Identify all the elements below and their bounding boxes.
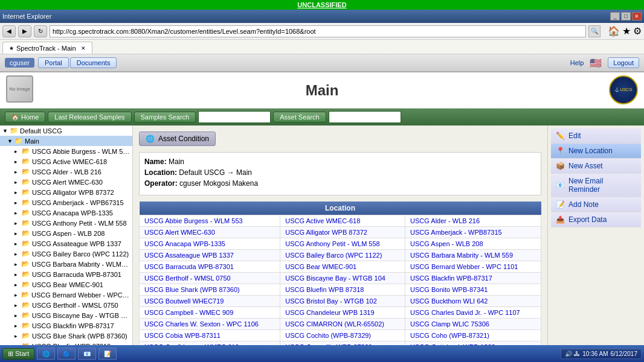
sidebar-item-alert[interactable]: ▸ 📂 USCG Alert WMEC-630 xyxy=(0,177,132,187)
table-cell[interactable]: USCG Barracuda WPB-87301 xyxy=(140,261,280,273)
home-nav-button[interactable]: 🏠 Home xyxy=(5,112,45,122)
table-cell[interactable]: USCG Campbell - WMEC 909 xyxy=(140,307,280,319)
location-link[interactable]: USCG Campbell - WMEC 909 xyxy=(144,309,233,316)
location-link[interactable]: USCG Bluefin WPB 87318 xyxy=(285,286,364,293)
favorites-icon[interactable]: ★ xyxy=(622,25,631,37)
table-cell[interactable]: USCG Anacapa WPB-1335 xyxy=(140,238,280,250)
location-link[interactable]: USCG Cobia WPB-87311 xyxy=(144,332,221,339)
samples-search-input[interactable] xyxy=(198,111,271,123)
location-link[interactable]: USCG Assateague WPB 1337 xyxy=(144,252,234,259)
table-cell[interactable]: USCG Boutwell WHEC719 xyxy=(140,296,280,307)
table-cell[interactable]: USCG Bristol Bay - WTGB 102 xyxy=(280,296,405,307)
table-cell[interactable]: USCG Bertholf - WMSL 0750 xyxy=(140,273,280,284)
sidebar-item-bailey[interactable]: ▸ 📂 USCG Bailey Barco (WPC 1122) xyxy=(0,249,132,259)
last-released-button[interactable]: Last Released Samples xyxy=(48,112,131,122)
location-link[interactable]: USCG Bertholf - WMSL 0750 xyxy=(144,275,231,282)
table-row[interactable]: USCG Anacapa WPB-1335USCG Anthony Petit … xyxy=(140,238,541,250)
sidebar-item-assateague[interactable]: ▸ 📂 USCG Assateague WPB 1337 xyxy=(0,238,132,249)
tree-toggle[interactable]: ▼ xyxy=(2,128,10,134)
table-cell[interactable]: USCG Bluefin WPB 87318 xyxy=(280,284,405,296)
location-link[interactable]: USCG Bristol Bay - WTGB 102 xyxy=(285,297,377,305)
location-link[interactable]: USCG Amberjack - WPB87315 xyxy=(410,229,502,236)
location-link[interactable]: USCG Barracuda WPB-87301 xyxy=(144,263,234,270)
location-link[interactable]: USCG CIMARRON (WLR-65502) xyxy=(285,320,384,328)
table-cell[interactable]: USCG Aspen - WLB 208 xyxy=(405,238,541,250)
table-cell[interactable]: USCG Amberjack - WPB87315 xyxy=(405,227,541,238)
export-button[interactable]: 📤 Export Data xyxy=(551,212,641,227)
table-cell[interactable]: USCG Anthony Petit - WLM 558 xyxy=(280,238,405,250)
sidebar-item-bear[interactable]: ▸ 📂 USCG Bear WMEC-901 xyxy=(0,279,132,290)
table-cell[interactable]: USCG Blackfin WPB-87317 xyxy=(405,273,541,284)
taskbar-item-2[interactable]: 📧 xyxy=(78,348,96,360)
location-link[interactable]: USCG Blackfin WPB-87317 xyxy=(410,275,492,282)
location-link[interactable]: USCG Chandeleur WPB 1319 xyxy=(285,309,374,316)
sidebar-item-abbie-burgess[interactable]: ▸ 📂 USCG Abbie Burgess - WLM 553 xyxy=(0,146,132,156)
sidebar-item-bertholf[interactable]: ▸ 📂 USCG Bertholf - WMSL 0750 xyxy=(0,300,132,310)
location-link[interactable]: USCG Coho (WPB-87321) xyxy=(410,332,489,339)
table-cell[interactable]: USCG Barbara Mabrity - WLM 559 xyxy=(405,250,541,261)
table-row[interactable]: USCG Charles W. Sexton - WPC 1106USCG CI… xyxy=(140,319,541,330)
table-cell[interactable]: USCG Alert WMEC-630 xyxy=(140,227,280,238)
asset-search-button[interactable]: Asset Search xyxy=(273,112,326,122)
location-link[interactable]: USCG Charles David Jr. - WPC 1107 xyxy=(410,309,520,316)
table-row[interactable]: USCG Bertholf - WMSL 0750USCG Biscayne B… xyxy=(140,273,541,284)
location-link[interactable]: USCG Biscayne Bay - WTGB 104 xyxy=(285,275,385,282)
table-row[interactable]: USCG Boutwell WHEC719USCG Bristol Bay - … xyxy=(140,296,541,307)
table-cell[interactable]: USCG Alligator WPB 87372 xyxy=(280,227,405,238)
sidebar-item-main[interactable]: ▼ 📁 Main xyxy=(0,136,132,146)
home-icon[interactable]: 🏠 xyxy=(608,25,620,37)
table-row[interactable]: USCG Alert WMEC-630USCG Alligator WPB 87… xyxy=(140,227,541,238)
location-link[interactable]: USCG Anacapa WPB-1335 xyxy=(144,240,225,247)
location-link[interactable]: USCG Bailey Barco (WPC 1122) xyxy=(285,252,382,259)
location-link[interactable]: USCG Boutwell WHEC719 xyxy=(144,297,224,305)
maximize-button[interactable]: □ xyxy=(621,12,631,21)
sidebar-item-amberjack[interactable]: ▸ 📂 USCG Amberjack - WPB67315 xyxy=(0,197,132,208)
location-link[interactable]: USCG Alligator WPB 87372 xyxy=(285,229,367,236)
table-row[interactable]: USCG Abbie Burgess - WLM 553USCG Active … xyxy=(140,215,541,227)
sidebar-item-default-uscg[interactable]: ▼ 📁 Default USCG xyxy=(0,125,132,136)
table-row[interactable]: USCG Barracuda WPB-87301USCG Bear WMEC-9… xyxy=(140,261,541,273)
location-link[interactable]: USCG Clamp WLIC 75306 xyxy=(410,320,489,328)
table-cell[interactable]: USCG Assateague WPB 1337 xyxy=(140,250,280,261)
sidebar-item-active[interactable]: ▸ 📂 USCG Active WMEC-618 xyxy=(0,156,132,167)
taskbar-item-1[interactable]: 🔵 xyxy=(57,348,76,360)
table-cell[interactable]: USCG Biscayne Bay - WTGB 104 xyxy=(280,273,405,284)
location-link[interactable]: USCG Charles W. Sexton - WPC 1106 xyxy=(144,320,259,328)
new-email-button[interactable]: 📧 New Email Reminder xyxy=(551,174,641,197)
help-button[interactable]: Help xyxy=(570,59,584,66)
refresh-button[interactable]: ↻ xyxy=(34,25,47,37)
table-cell[interactable]: USCG Clamp WLIC 75306 xyxy=(405,319,541,330)
location-link[interactable]: USCG Bonito WPB-87341 xyxy=(410,286,488,293)
documents-button[interactable]: Documents xyxy=(70,57,117,68)
edit-button[interactable]: ✏️ Edit xyxy=(551,129,641,144)
new-location-button[interactable]: 📍 New Location xyxy=(551,144,641,159)
location-link[interactable]: USCG Abbie Burgess - WLM 553 xyxy=(144,217,243,224)
table-cell[interactable]: USCG Alder - WLB 216 xyxy=(405,215,541,227)
table-cell[interactable]: USCG Bailey Barco (WPC 1122) xyxy=(280,250,405,261)
sidebar-item-barracuda[interactable]: ▸ 📂 USCG Barracuda WPB-87301 xyxy=(0,269,132,279)
taskbar-item-browser[interactable]: 🌐 xyxy=(37,348,55,360)
table-cell[interactable]: USCG Abbie Burgess - WLM 553 xyxy=(140,215,280,227)
location-link[interactable]: USCG Alder - WLB 216 xyxy=(410,217,480,224)
asset-search-input[interactable] xyxy=(329,111,401,123)
table-cell[interactable]: USCG Bonito WPB-87341 xyxy=(405,284,541,296)
logout-button[interactable]: Logout xyxy=(608,57,639,68)
back-button[interactable]: ◀ xyxy=(2,25,16,37)
sidebar-item-aspen[interactable]: ▸ 📂 USCG Aspen - WLB 208 xyxy=(0,228,132,238)
sidebar-item-biscayne[interactable]: ▸ 📂 USCG Biscayne Bay - WTGB 104 xyxy=(0,310,132,320)
sidebar-item-bernard[interactable]: ▸ 📂 USCG Bernard Webber - WPC 1101 xyxy=(0,290,132,300)
sidebar-item-anacapa[interactable]: ▸ 📂 USCG Anacapa WPB-1335 xyxy=(0,208,132,218)
location-link[interactable]: USCG Anthony Petit - WLM 558 xyxy=(285,240,380,247)
table-cell[interactable]: USCG Active WMEC-618 xyxy=(280,215,405,227)
settings-icon[interactable]: ⚙ xyxy=(633,25,642,37)
sidebar-item-alligator[interactable]: ▸ 📂 USCG Alligator WPB 87372 xyxy=(0,187,132,197)
location-link[interactable]: USCG Alert WMEC-630 xyxy=(144,229,215,236)
table-cell[interactable]: USCG Cochito (WPB-87329) xyxy=(280,330,405,341)
samples-search-button[interactable]: Samples Search xyxy=(134,112,196,122)
table-cell[interactable]: USCG Bear WMEC-901 xyxy=(280,261,405,273)
location-link[interactable]: USCG Active WMEC-618 xyxy=(285,217,360,224)
table-row[interactable]: USCG Blue Shark (WPB 87360)USCG Bluefin … xyxy=(140,284,541,296)
location-link[interactable]: USCG Aspen - WLB 208 xyxy=(410,240,483,247)
sidebar-item-barbara[interactable]: ▸ 📂 USCG Barbara Mabrity - WLM 559 xyxy=(0,259,132,269)
sidebar-item-blueshark[interactable]: ▸ 📂 USCG Blue Shark (WPB 87360) xyxy=(0,331,132,341)
